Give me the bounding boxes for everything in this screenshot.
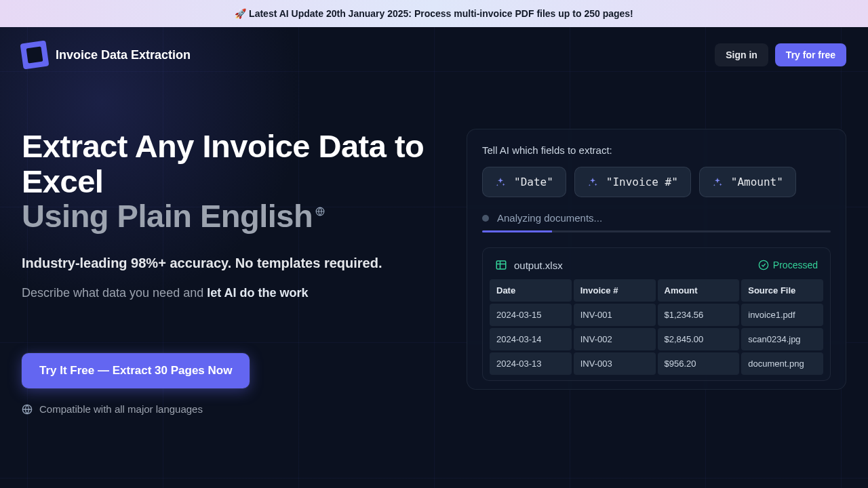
table-cell: 2024-03-13	[490, 352, 572, 375]
status-dot-icon	[482, 215, 489, 222]
hero-title: Extract Any Invoice Data to Excel Using …	[22, 129, 437, 234]
sign-in-button[interactable]: Sign in	[715, 43, 768, 66]
announcement-text: 🚀 Latest AI Update 20th January 2025: Pr…	[235, 8, 633, 19]
compatibility-note: Compatible with all major languages	[22, 403, 437, 415]
announcement-banner[interactable]: 🚀 Latest AI Update 20th January 2025: Pr…	[0, 0, 868, 27]
table-icon	[495, 259, 507, 271]
demo-card: Tell AI which fields to extract: "Date" …	[467, 129, 846, 390]
progress-bar	[482, 230, 831, 232]
brand-name: Invoice Data Extraction	[56, 48, 191, 62]
table-cell: scan0234.jpg	[741, 328, 823, 350]
status-row: Analyzing documents...	[482, 212, 831, 224]
table-header: Invoice #	[574, 279, 656, 302]
table-cell: document.png	[741, 352, 823, 375]
table-cell: INV-001	[574, 304, 656, 326]
table-header: Date	[490, 279, 572, 302]
chip-amount[interactable]: "Amount"	[699, 167, 796, 197]
table-cell: $2,845.00	[658, 328, 740, 350]
field-chips: "Date" "Invoice #" "Amount"	[482, 167, 831, 197]
table-cell: INV-003	[574, 352, 656, 375]
sparkle-icon	[587, 177, 598, 188]
output-table: DateInvoice #AmountSource File2024-03-15…	[490, 279, 823, 375]
table-cell: $1,234.56	[658, 304, 740, 326]
chip-invoice-number[interactable]: "Invoice #"	[574, 167, 691, 197]
top-nav: Invoice Data Extraction Sign in Try for …	[0, 27, 868, 83]
table-cell: 2024-03-15	[490, 304, 572, 326]
svg-point-3	[759, 260, 768, 269]
hero-title-main: Extract Any Invoice Data to Excel	[22, 128, 424, 199]
table-cell: $956.20	[658, 352, 740, 375]
brand[interactable]: Invoice Data Extraction	[22, 42, 191, 68]
sparkle-icon	[495, 177, 506, 188]
table-cell: invoice1.pdf	[741, 304, 823, 326]
hero-desc: Describe what data you need and let AI d…	[22, 286, 437, 300]
table-cell: 2024-03-14	[490, 328, 572, 350]
hero-lead: Industry-leading 98%+ accuracy. No templ…	[22, 256, 437, 271]
globe-icon	[22, 404, 33, 415]
chip-date[interactable]: "Date"	[482, 167, 566, 197]
globe-icon	[315, 207, 325, 216]
try-free-button[interactable]: Try for free	[775, 43, 846, 66]
output-panel: output.xlsx Processed DateInvoice #Amoun…	[482, 247, 831, 381]
svg-rect-2	[496, 261, 506, 269]
check-circle-icon	[758, 260, 769, 270]
table-header: Amount	[658, 279, 740, 302]
hero-title-sub: Using Plain English	[22, 199, 313, 234]
cta-button[interactable]: Try It Free — Extract 30 Pages Now	[22, 353, 250, 388]
table-cell: INV-002	[574, 328, 656, 350]
sparkle-icon	[712, 177, 723, 188]
output-filename: output.xlsx	[514, 260, 563, 271]
table-header: Source File	[741, 279, 823, 302]
demo-prompt-label: Tell AI which fields to extract:	[482, 144, 831, 156]
status-text: Analyzing documents...	[497, 212, 602, 224]
logo-icon	[20, 41, 50, 70]
output-status: Processed	[773, 260, 818, 270]
